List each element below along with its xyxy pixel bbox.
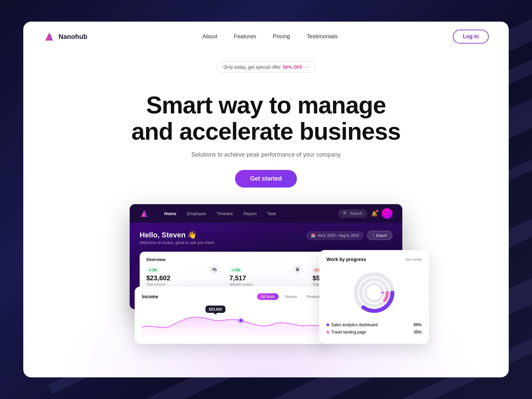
legend-travel-pct: 35% bbox=[414, 330, 422, 334]
legend-item-sales: Sales analytics dashboard 60% bbox=[327, 323, 422, 327]
app-greeting-block: Hello, Steven 👋 Welcome on board, great … bbox=[140, 231, 214, 245]
nav-testimonials[interactable]: Testimonials bbox=[307, 33, 338, 40]
metric-visitors-badge: ↗ 2% bbox=[229, 268, 242, 273]
app-nav-home[interactable]: Home bbox=[159, 204, 182, 223]
metric-income-value: $23,602 bbox=[146, 274, 170, 282]
app-greeting-sub: Welcome on board, great to see you there bbox=[140, 240, 214, 245]
app-nav-links: Home Employee Timeline Report Task bbox=[159, 204, 338, 223]
nav-pricing[interactable]: Pricing bbox=[273, 33, 290, 40]
metric-visitors: ↗ 2% 7,517 Website visitors 🖥 bbox=[229, 267, 303, 286]
hero-title-line2: and accelerate business bbox=[131, 118, 400, 145]
legend-travel-left: Travel landing page bbox=[327, 330, 366, 334]
work-progress-card: Work by progress See detail bbox=[319, 250, 429, 344]
user-avatar[interactable] bbox=[382, 208, 392, 219]
nav-about[interactable]: About bbox=[202, 33, 217, 40]
main-card: Nanohub About Features Pricing Testimoni… bbox=[23, 22, 509, 377]
date-range: Jul 6, 2023 – Aug 6, 2023 bbox=[318, 233, 359, 237]
hero-section: Only today, get special offer 50% OFF → … bbox=[23, 52, 509, 201]
metric-income-badge: ↗ 3% bbox=[146, 268, 159, 273]
promo-highlight: 50% OFF → bbox=[283, 65, 309, 70]
legend-sales-pct: 60% bbox=[414, 323, 422, 327]
income-wave-chart bbox=[142, 304, 324, 337]
legend-travel-label: Travel landing page bbox=[331, 330, 366, 334]
app-header-row: Hello, Steven 👋 Welcome on board, great … bbox=[140, 231, 392, 245]
hero-bottom: Home Employee Timeline Report Task 🔍 Sea… bbox=[23, 204, 509, 347]
nav-features[interactable]: Features bbox=[234, 33, 256, 40]
search-label: Search bbox=[350, 211, 362, 216]
export-icon: ↑ bbox=[373, 233, 375, 237]
legend-dot-sales bbox=[327, 324, 329, 326]
app-search-bar[interactable]: 🔍 Search bbox=[338, 209, 367, 218]
app-greeting: Hello, Steven 👋 bbox=[140, 231, 214, 239]
work-legend: Sales analytics dashboard 60% Travel lan… bbox=[327, 323, 422, 334]
income-card-header: Income All fields Service Product bbox=[142, 293, 324, 300]
logo: Nanohub bbox=[43, 31, 87, 43]
hero-title: Smart way to manage and accelerate busin… bbox=[43, 92, 489, 145]
app-date-row: 📅 Jul 6, 2023 – Aug 6, 2023 ↑ Export bbox=[306, 231, 392, 240]
metric-income-icon: 🛍 bbox=[209, 264, 219, 274]
notification-dot bbox=[376, 210, 378, 212]
export-button[interactable]: ↑ Export bbox=[367, 231, 392, 240]
donut-chart bbox=[351, 269, 397, 316]
promo-text: Only today, get special offer bbox=[223, 65, 281, 70]
work-see-detail[interactable]: See detail bbox=[405, 257, 422, 261]
svg-point-0 bbox=[239, 319, 243, 322]
filter-service[interactable]: Service bbox=[281, 293, 301, 300]
legend-sales-left: Sales analytics dashboard bbox=[327, 323, 378, 327]
app-nav-employee[interactable]: Employee bbox=[182, 204, 211, 223]
income-card-filters: All fields Service Product bbox=[257, 293, 324, 300]
logo-icon bbox=[43, 31, 55, 43]
nav-links: About Features Pricing Testimonials bbox=[202, 33, 338, 40]
income-card-title: Income bbox=[142, 294, 158, 299]
svg-point-6 bbox=[365, 284, 383, 301]
app-nav-timeline[interactable]: Timeline bbox=[211, 204, 238, 223]
app-nav-report[interactable]: Report bbox=[238, 204, 262, 223]
work-card-header: Work by progress See detail bbox=[327, 257, 422, 262]
overview-title: Overview bbox=[146, 257, 166, 262]
donut-chart-container bbox=[327, 266, 422, 319]
search-icon: 🔍 bbox=[343, 211, 348, 216]
app-nav-task[interactable]: Task bbox=[262, 204, 282, 223]
export-label: Export bbox=[376, 233, 387, 237]
login-button[interactable]: Log in bbox=[453, 30, 489, 44]
get-started-button[interactable]: Get started bbox=[235, 170, 297, 188]
legend-item-travel: Travel landing page 35% bbox=[327, 330, 422, 334]
work-card-title: Work by progress bbox=[327, 257, 366, 262]
metric-visitors-label: Website visitors bbox=[229, 283, 253, 286]
legend-sales-label: Sales analytics dashboard bbox=[331, 323, 378, 327]
metric-visitors-icon: 🖥 bbox=[293, 264, 303, 274]
bell-icon[interactable]: 🔔 bbox=[371, 210, 378, 217]
chart-tooltip: $23,602 bbox=[205, 306, 225, 313]
nav-actions: Log in bbox=[453, 30, 489, 44]
metric-income: ↗ 3% $23,602 Total Income 🛍 bbox=[146, 267, 219, 286]
income-chart: $23,602 bbox=[142, 304, 324, 337]
hero-title-line1: Smart way to manage bbox=[146, 92, 386, 118]
app-navbar: Home Employee Timeline Report Task 🔍 Sea… bbox=[130, 204, 402, 223]
logo-text: Nanohub bbox=[59, 33, 87, 41]
metric-visitors-value: 7,517 bbox=[229, 274, 253, 282]
filter-all-fields[interactable]: All fields bbox=[257, 293, 279, 300]
calendar-icon: 📅 bbox=[311, 233, 316, 238]
promo-badge[interactable]: Only today, get special offer 50% OFF → bbox=[216, 62, 316, 73]
legend-dot-travel bbox=[327, 331, 329, 333]
app-logo-icon bbox=[140, 209, 149, 218]
income-card: Income All fields Service Product $23,60… bbox=[135, 287, 331, 344]
navbar: Nanohub About Features Pricing Testimoni… bbox=[23, 22, 509, 52]
hero-subtitle: Solutions to achieve peak performance of… bbox=[43, 151, 489, 158]
date-badge: 📅 Jul 6, 2023 – Aug 6, 2023 bbox=[306, 231, 364, 240]
metric-income-label: Total Income bbox=[146, 283, 170, 286]
app-nav-actions: 🔍 Search 🔔 bbox=[338, 208, 392, 219]
